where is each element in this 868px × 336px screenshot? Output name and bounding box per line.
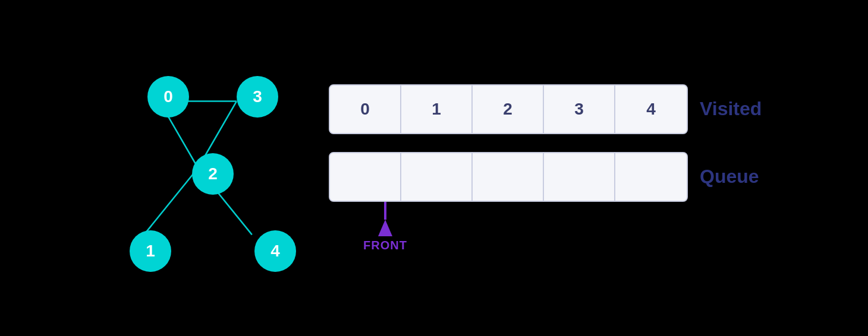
node-4: 4	[254, 230, 296, 272]
visited-label: Visited	[700, 98, 765, 120]
graph-container: 0 3 2 1 4	[103, 49, 293, 287]
queue-cell-4	[615, 153, 687, 201]
queue-cell-1	[401, 153, 473, 201]
visited-row: 0 1 2 3 4 Visited	[329, 84, 765, 134]
queue-row: Queue	[329, 152, 765, 202]
front-wrapper: FRONT	[363, 202, 407, 252]
visited-cell-4: 4	[615, 85, 687, 133]
visited-cell-2: 2	[473, 85, 544, 133]
svg-line-3	[144, 168, 198, 234]
front-label: FRONT	[363, 239, 407, 252]
right-panel: 0 1 2 3 4 Visited Queue	[329, 84, 765, 252]
visited-cell-1: 1	[401, 85, 473, 133]
queue-array	[329, 152, 688, 202]
node-3: 3	[237, 76, 278, 118]
visited-cell-3: 3	[544, 85, 615, 133]
visited-cell-0: 0	[330, 85, 401, 133]
visited-array: 0 1 2 3 4	[329, 84, 688, 134]
queue-cell-2	[473, 153, 544, 201]
queue-cell-0	[330, 153, 401, 201]
main-container: 0 3 2 1 4 0 1 2 3 4 Visited	[103, 49, 765, 287]
front-line	[384, 202, 386, 220]
queue-cell-3	[544, 153, 615, 201]
node-0: 0	[147, 76, 189, 118]
queue-section: Queue FRONT	[329, 152, 765, 252]
node-1: 1	[130, 230, 171, 272]
front-arrow-icon	[378, 220, 392, 236]
node-2: 2	[192, 153, 234, 195]
queue-label: Queue	[700, 166, 765, 188]
